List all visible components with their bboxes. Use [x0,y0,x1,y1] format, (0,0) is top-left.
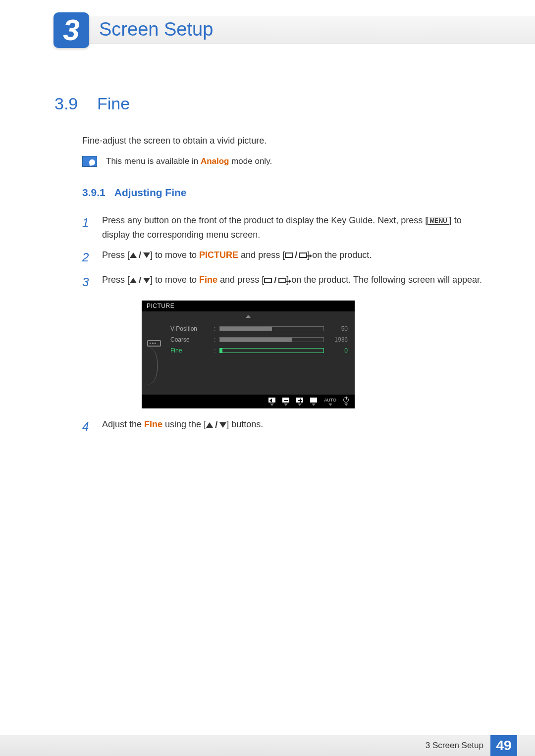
osd-footer: AUTO [142,395,355,408]
triangle-up-icon [130,278,137,283]
footer-text: 3 Screen Setup [426,741,483,751]
back-icon [268,398,275,403]
osd-bar [219,337,324,342]
triangle-down-icon [143,252,150,258]
chapter-title: Screen Setup [99,19,213,40]
osd-panel: PICTURE V-Position : 50 [142,301,355,408]
step-body: Press [/] to move to Fine and press [/] … [102,273,485,292]
osd-fill [220,338,292,342]
triangle-down-icon [344,403,348,406]
osd-fill [220,349,222,353]
triangle-down-icon [328,403,332,406]
source-enter-icon: / [264,273,286,288]
osd-fill [220,327,271,331]
osd-bar [219,326,324,331]
step-2: 2 Press [/] to move to PICTURE and press… [82,248,485,267]
step-3: 3 Press [/] to move to Fine and press [/… [82,273,485,292]
source-enter-icon: / [285,248,307,262]
osd-label-active: Fine [170,347,210,354]
chapter-number: 3 [63,15,79,45]
page-number: 49 [490,735,517,756]
osd-rows: V-Position : 50 Coarse : 1936 Fine [166,320,355,395]
step-body: Press [/] to move to PICTURE and press [… [102,248,485,267]
enter-icon [299,252,307,258]
step-4: 4 Adjust the Fine using the [/] buttons. [82,417,485,436]
osd-screenshot: PICTURE V-Position : 50 [142,301,355,408]
step-num: 2 [82,248,93,267]
osd-plus-button [296,398,303,406]
osd-scroll-up [142,311,355,320]
menu-button-label: MENU [428,217,449,225]
osd-power-button [343,397,349,406]
osd-row-fine: Fine : 0 [170,345,348,356]
triangle-down-icon [270,403,274,406]
triangle-down-icon [284,403,288,406]
section-heading: 3.9 Fine [54,94,485,113]
osd-value-active: 0 [328,347,348,354]
source-icon [285,252,293,258]
osd-side [142,320,166,395]
steps: 1 Press any button on the front of the p… [82,213,485,437]
osd-body: V-Position : 50 Coarse : 1936 Fine [142,320,355,395]
osd-value: 1936 [328,336,348,343]
note-highlight: Analog [201,156,229,166]
highlight-fine: Fine [144,419,162,429]
osd-auto-button: AUTO [324,398,336,406]
osd-row-coarse: Coarse : 1936 [170,334,348,345]
section-number: 3.9 [54,94,82,113]
power-icon [343,397,349,403]
osd-back-button [268,398,275,406]
triangle-down-icon [312,403,316,406]
section-title: Fine [97,94,130,113]
chapter-badge: 3 [54,12,89,48]
plus-icon [296,398,303,403]
osd-row-vposition: V-Position : 50 [170,323,348,334]
up-down-icon: / [206,418,226,432]
step-num: 1 [82,213,93,242]
note-icon [82,156,97,167]
highlight-fine: Fine [199,275,217,285]
step-num: 3 [82,273,93,292]
minus-icon [282,398,289,403]
step-body: Press any button on the front of the pro… [102,213,485,242]
step-body: Adjust the Fine using the [/] buttons. [102,417,485,436]
note-row: This menu is available in Analog mode on… [82,156,485,167]
footer: 3 Screen Setup 49 [0,735,535,756]
triangle-up-icon [130,252,137,258]
note-text: This menu is available in Analog mode on… [106,156,272,166]
up-down-icon: / [130,248,150,262]
step-num: 4 [82,417,93,436]
osd-minus-button [282,398,289,406]
osd-enter-button [310,398,317,406]
enter-icon [278,278,286,283]
osd-title: PICTURE [142,301,355,311]
subsection-heading: 3.9.1 Adjusting Fine [82,187,485,199]
content: 3.9 Fine Fine-adjust the screen to obtai… [54,94,485,443]
triangle-up-icon [206,422,213,428]
triangle-down-icon [143,278,150,283]
highlight-picture: PICTURE [199,250,238,260]
triangle-down-icon [298,403,302,406]
osd-bar [219,348,324,353]
osd-value: 50 [328,325,348,332]
triangle-down-icon [219,422,226,428]
source-icon [264,278,272,283]
osd-label: V-Position [170,325,210,332]
up-down-icon: / [130,273,150,288]
subsection-number: 3.9.1 [82,187,106,199]
picture-category-icon [147,340,161,346]
subsection-title: Adjusting Fine [114,187,187,199]
step-1: 1 Press any button on the front of the p… [82,213,485,242]
triangle-up-icon [246,315,251,318]
auto-label: AUTO [324,398,336,403]
osd-curve [148,347,158,385]
intro-text: Fine-adjust the screen to obtain a vivid… [82,136,485,146]
osd-label: Coarse [170,336,210,343]
enter-icon [310,398,317,403]
